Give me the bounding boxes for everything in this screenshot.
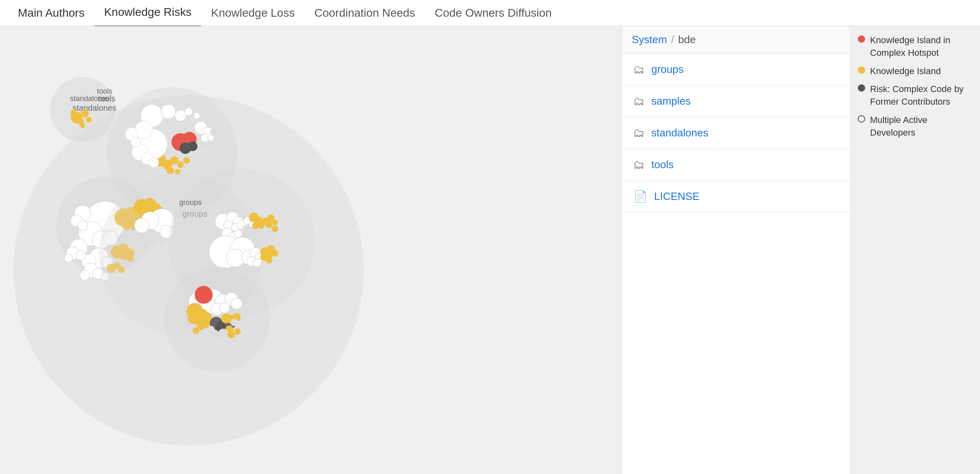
svg-point-68	[64, 254, 73, 262]
svg-point-33	[131, 137, 141, 147]
svg-point-125	[263, 238, 269, 244]
svg-point-67	[76, 250, 86, 260]
legend-label: Risk: Complex Code by Former Contributor…	[870, 83, 972, 108]
visualization-area[interactable]: tools standalones	[0, 26, 622, 474]
svg-point-24	[183, 157, 190, 164]
svg-point-41	[207, 142, 211, 147]
svg-point-7	[86, 117, 92, 123]
svg-point-110	[272, 219, 278, 225]
file-item-tools[interactable]: 🗂 tools	[622, 149, 850, 181]
file-name: tools	[651, 158, 674, 171]
file-panel: System / bde 🗂 groups 🗂 samples 🗂 standa…	[622, 26, 850, 474]
nav-bar: Main Authors Knowledge Risks Knowledge L…	[0, 0, 980, 26]
folder-icon: 🗂	[633, 126, 645, 140]
svg-point-150	[195, 286, 213, 304]
document-icon: 📄	[633, 190, 648, 203]
svg-point-121	[254, 235, 260, 241]
tab-knowledge-loss[interactable]: Knowledge Loss	[201, 0, 304, 28]
breadcrumb-separator: /	[671, 33, 674, 46]
legend-dot-red	[858, 35, 865, 43]
svg-point-146	[231, 298, 242, 309]
legend-label: Multiple Active Developers	[870, 114, 972, 139]
svg-point-5	[81, 110, 89, 118]
file-name: standalones	[651, 127, 708, 139]
svg-point-37	[208, 135, 214, 141]
tab-code-owners-diffusion[interactable]: Code Owners Diffusion	[425, 0, 561, 28]
svg-point-40	[201, 143, 206, 147]
tab-coordination-needs[interactable]: Coordination Needs	[305, 0, 425, 28]
legend-item-multiple-active: Multiple Active Developers	[858, 114, 972, 139]
breadcrumb: System / bde	[622, 26, 850, 54]
svg-point-56	[78, 221, 88, 230]
svg-point-164	[231, 319, 238, 326]
file-item-groups[interactable]: 🗂 groups	[622, 54, 850, 86]
file-item-samples[interactable]: 🗂 samples	[622, 86, 850, 117]
svg-point-138	[272, 250, 278, 257]
svg-point-168	[228, 331, 235, 338]
svg-point-81	[150, 238, 158, 246]
svg-text:standalones: standalones	[73, 103, 116, 112]
file-name: LICENSE	[654, 190, 699, 203]
file-item-standalones[interactable]: 🗂 standalones	[622, 117, 850, 149]
svg-point-12	[161, 104, 176, 119]
svg-point-149	[219, 303, 230, 313]
svg-point-90	[134, 218, 149, 233]
svg-point-171	[212, 330, 218, 337]
svg-point-8	[70, 110, 77, 116]
svg-point-22	[170, 156, 178, 165]
svg-point-30	[149, 158, 159, 167]
legend-dot-dark	[858, 84, 865, 92]
breadcrumb-system-link[interactable]: System	[632, 33, 667, 46]
svg-point-15	[193, 112, 200, 119]
svg-point-169	[234, 328, 241, 335]
tab-knowledge-risks[interactable]: Knowledge Risks	[94, 0, 201, 28]
legend-dot-yellow	[858, 66, 865, 74]
folder-icon: 🗂	[633, 63, 645, 76]
main-content: tools standalones	[0, 26, 980, 474]
legend-item-knowledge-island-complex: Knowledge Island in Complex Hotspot	[858, 34, 972, 59]
legend-item-knowledge-island: Knowledge Island	[858, 65, 972, 78]
svg-point-173	[193, 327, 199, 334]
groups-label: groups	[179, 198, 202, 207]
svg-point-124	[269, 235, 275, 242]
svg-point-126	[272, 226, 278, 232]
legend-label: Knowledge Island in Complex Hotspot	[870, 34, 972, 59]
file-item-license[interactable]: 📄 LICENSE	[622, 181, 850, 213]
svg-point-39	[196, 139, 202, 145]
svg-point-9	[80, 123, 85, 128]
legend-circle-outline	[858, 115, 865, 123]
folder-icon: 🗂	[633, 158, 645, 171]
svg-point-109	[266, 222, 272, 228]
tab-main-authors[interactable]: Main Authors	[8, 0, 94, 28]
svg-point-120	[255, 228, 263, 235]
svg-point-14	[185, 108, 193, 116]
breadcrumb-current: bde	[678, 33, 696, 46]
standalones-label: standalones	[70, 94, 110, 103]
svg-point-23	[177, 161, 184, 168]
file-name: groups	[651, 63, 684, 76]
svg-point-38	[210, 129, 216, 135]
legend-item-risk-complex: Risk: Complex Code by Former Contributor…	[858, 83, 972, 108]
legend-panel: Knowledge Island in Complex Hotspot Know…	[850, 26, 980, 474]
folder-icon: 🗂	[633, 94, 645, 108]
svg-point-134	[253, 259, 261, 267]
svg-point-71	[80, 270, 90, 280]
svg-point-140	[266, 257, 272, 263]
file-name: samples	[651, 95, 691, 108]
svg-point-101	[242, 226, 249, 232]
legend-label: Knowledge Island	[870, 65, 941, 78]
